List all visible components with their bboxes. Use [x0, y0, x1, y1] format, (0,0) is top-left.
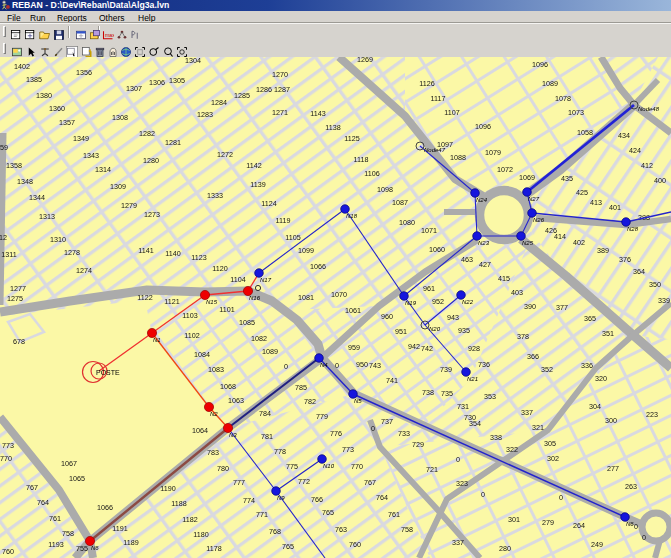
svg-text:1275: 1275	[7, 294, 23, 303]
svg-text:1143: 1143	[310, 109, 325, 118]
svg-text:N17: N17	[260, 277, 272, 283]
svg-text:338: 338	[490, 433, 502, 442]
svg-text:1126: 1126	[419, 79, 434, 88]
svg-text:1098: 1098	[377, 185, 393, 194]
svg-text:1191: 1191	[112, 524, 127, 533]
svg-text:1099: 1099	[298, 246, 314, 255]
svg-text:389: 389	[597, 246, 609, 255]
svg-text:1304: 1304	[185, 57, 201, 65]
svg-text:766: 766	[311, 495, 323, 504]
svg-text:0: 0	[634, 522, 638, 531]
svg-text:1141: 1141	[138, 246, 153, 255]
svg-text:952: 952	[432, 297, 444, 306]
svg-text:772: 772	[298, 477, 310, 486]
svg-text:N5: N5	[354, 398, 362, 404]
svg-text:1078: 1078	[555, 94, 571, 103]
svg-text:N19: N19	[405, 300, 417, 306]
svg-text:758: 758	[62, 529, 74, 538]
svg-text:376: 376	[619, 255, 631, 264]
svg-text:743: 743	[369, 361, 381, 370]
svg-text:1358: 1358	[6, 161, 22, 170]
svg-text:1285: 1285	[234, 91, 250, 100]
svg-text:263: 263	[625, 482, 637, 491]
svg-text:N27: N27	[528, 196, 540, 202]
svg-text:1107: 1107	[444, 108, 459, 117]
svg-text:425: 425	[576, 188, 588, 197]
svg-text:1066: 1066	[310, 262, 326, 271]
svg-text:1065: 1065	[69, 474, 85, 483]
svg-text:1096: 1096	[475, 122, 491, 131]
svg-text:434: 434	[618, 131, 630, 140]
svg-text:N2: N2	[210, 411, 218, 417]
svg-text:1284: 1284	[211, 98, 227, 107]
svg-text:1121: 1121	[164, 297, 179, 306]
svg-text:max: max	[105, 32, 114, 38]
svg-text:402: 402	[573, 238, 585, 247]
svg-text:1138: 1138	[325, 123, 340, 132]
svg-text:N26: N26	[533, 217, 545, 223]
svg-text:1280: 1280	[143, 156, 159, 165]
svg-text:339: 339	[658, 296, 670, 305]
svg-text:1088: 1088	[450, 153, 466, 162]
svg-text:741: 741	[386, 376, 398, 385]
svg-text:N4: N4	[320, 362, 328, 368]
svg-text:1344: 1344	[29, 193, 45, 202]
svg-text:302: 302	[547, 454, 559, 463]
svg-text:781: 781	[261, 432, 273, 441]
svg-text:N28: N28	[627, 226, 639, 232]
svg-text:1120: 1120	[212, 264, 227, 273]
svg-text:1273: 1273	[144, 210, 160, 219]
svg-text:733: 733	[398, 429, 410, 438]
svg-text:942: 942	[408, 342, 420, 351]
svg-text:1309: 1309	[110, 182, 126, 191]
svg-text:678: 678	[13, 337, 25, 346]
svg-text:353: 353	[484, 392, 496, 401]
svg-text:1310: 1310	[50, 235, 66, 244]
svg-text:736: 736	[478, 360, 490, 369]
svg-text:N25: N25	[522, 240, 534, 246]
svg-text:1348: 1348	[17, 177, 33, 186]
svg-text:1117: 1117	[431, 94, 446, 103]
svg-text:N9: N9	[277, 495, 285, 501]
svg-text:1281: 1281	[165, 138, 181, 147]
svg-text:1356: 1356	[76, 68, 92, 77]
svg-text:1349: 1349	[73, 134, 89, 143]
svg-text:1089: 1089	[542, 79, 558, 88]
svg-text:1314: 1314	[95, 165, 111, 174]
svg-text:1193: 1193	[48, 540, 63, 549]
svg-text:1307: 1307	[126, 84, 142, 93]
svg-text:277: 277	[607, 464, 619, 473]
svg-text:249: 249	[591, 540, 603, 549]
svg-text:1125: 1125	[344, 134, 359, 143]
svg-text:0: 0	[642, 533, 646, 542]
svg-text:1079: 1079	[485, 148, 501, 157]
svg-text:305: 305	[544, 439, 556, 448]
svg-text:785: 785	[295, 383, 307, 392]
svg-text:279: 279	[542, 518, 554, 527]
svg-text:424: 424	[629, 146, 641, 155]
svg-text:738: 738	[422, 388, 434, 397]
svg-text:400: 400	[654, 176, 666, 185]
svg-text:1188: 1188	[171, 499, 186, 508]
svg-text:N20: N20	[429, 326, 441, 332]
svg-text:N10: N10	[323, 463, 335, 469]
svg-text:1119: 1119	[276, 216, 291, 225]
svg-text:364: 364	[633, 267, 645, 276]
svg-text:337: 337	[521, 408, 533, 417]
svg-text:351: 351	[602, 329, 614, 338]
svg-text:742: 742	[421, 344, 433, 353]
svg-text:721: 721	[426, 465, 438, 474]
svg-text:336: 336	[581, 361, 593, 370]
svg-text:780: 780	[217, 464, 229, 473]
svg-text:N22: N22	[462, 299, 474, 305]
svg-text:N15: N15	[206, 299, 218, 305]
svg-text:1277: 1277	[10, 284, 26, 293]
svg-text:1067: 1067	[61, 459, 77, 468]
svg-text:N3: N3	[229, 432, 237, 438]
svg-text:390: 390	[524, 302, 536, 311]
svg-text:463: 463	[461, 255, 473, 264]
svg-text:1071: 1071	[421, 226, 437, 235]
svg-text:1271: 1271	[272, 108, 288, 117]
svg-text:N23: N23	[478, 240, 490, 246]
svg-text:1068: 1068	[220, 382, 236, 391]
